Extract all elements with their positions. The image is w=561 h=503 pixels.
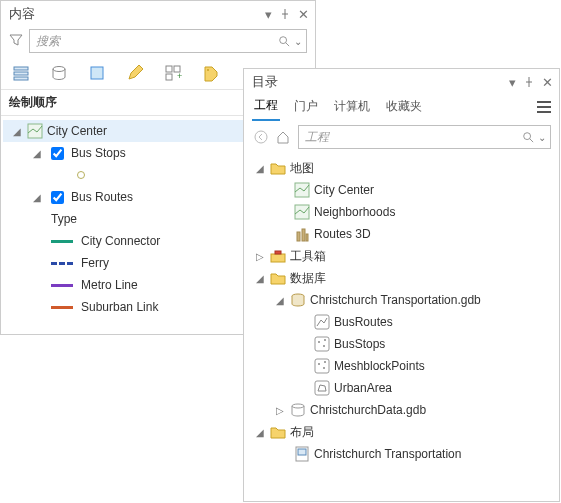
node-layouts[interactable]: ◢ 布局 — [246, 421, 557, 443]
collapse-icon[interactable]: ◢ — [31, 192, 43, 203]
collapse-icon[interactable]: ◢ — [254, 163, 266, 174]
map-icon — [294, 204, 310, 220]
node-gdb2[interactable]: ▷ ChristchurchData.gdb — [246, 399, 557, 421]
pin-icon[interactable] — [280, 7, 290, 22]
visibility-checkbox[interactable] — [51, 191, 64, 204]
point-symbol-icon — [77, 171, 85, 179]
map-node-label: City Center — [47, 124, 107, 138]
svg-rect-3 — [14, 72, 28, 75]
search-icon[interactable] — [522, 131, 534, 143]
tab-computer[interactable]: 计算机 — [332, 96, 372, 120]
svg-point-31 — [323, 367, 325, 369]
node-gdb1[interactable]: ◢ Christchurch Transportation.gdb — [246, 289, 557, 311]
tab-portal[interactable]: 门户 — [292, 96, 320, 120]
search-options-icon[interactable]: ⌄ — [534, 132, 546, 143]
svg-line-15 — [530, 139, 533, 142]
svg-point-11 — [207, 69, 209, 71]
item-city-center-map[interactable]: City Center — [246, 179, 557, 201]
contents-searchbar: ⌄ — [1, 25, 315, 57]
map-icon — [27, 123, 43, 139]
node-toolboxes[interactable]: ▷ 工具箱 — [246, 245, 557, 267]
svg-rect-19 — [302, 229, 305, 241]
contents-search-input[interactable] — [34, 33, 278, 49]
item-neighborhoods-map[interactable]: Neighborhoods — [246, 201, 557, 223]
svg-text:+: + — [177, 71, 182, 81]
catalog-pathbar: ⌄ — [244, 121, 559, 153]
list-by-snapping-icon[interactable]: + — [163, 63, 183, 83]
item-label: Neighborhoods — [314, 205, 395, 219]
home-icon[interactable] — [274, 128, 292, 146]
svg-point-27 — [323, 345, 325, 347]
collapse-icon[interactable]: ◢ — [254, 273, 266, 284]
scene-icon — [294, 226, 310, 242]
class-label: Ferry — [81, 256, 109, 270]
node-databases[interactable]: ◢ 数据库 — [246, 267, 557, 289]
collapse-icon[interactable]: ◢ — [274, 295, 286, 306]
node-label: 地图 — [290, 160, 314, 177]
fc-label: UrbanArea — [334, 381, 392, 395]
search-options-icon[interactable]: ⌄ — [290, 36, 302, 47]
collapse-icon[interactable]: ◢ — [254, 427, 266, 438]
pin-icon[interactable] — [524, 75, 534, 90]
item-label: City Center — [314, 183, 374, 197]
list-by-drawing-icon[interactable] — [11, 63, 31, 83]
catalog-path-input[interactable] — [303, 129, 522, 145]
svg-point-28 — [324, 339, 326, 341]
expand-icon[interactable]: ▷ — [274, 405, 286, 416]
panel-menu-icon[interactable] — [537, 101, 551, 116]
point-featureclass-icon — [314, 336, 330, 352]
item-routes3d-scene[interactable]: Routes 3D — [246, 223, 557, 245]
svg-rect-18 — [297, 232, 300, 241]
svg-rect-4 — [14, 77, 28, 80]
class-label: City Connector — [81, 234, 160, 248]
toolbox-icon — [270, 248, 286, 264]
svg-point-26 — [318, 341, 320, 343]
svg-rect-9 — [166, 74, 172, 80]
list-by-editing-icon[interactable] — [125, 63, 145, 83]
list-by-source-icon[interactable] — [49, 63, 69, 83]
contents-searchbox[interactable]: ⌄ — [29, 29, 307, 53]
catalog-path-box[interactable]: ⌄ — [298, 125, 551, 149]
svg-rect-22 — [275, 251, 281, 254]
filter-icon[interactable] — [9, 33, 23, 50]
collapse-icon[interactable]: ◢ — [31, 148, 43, 159]
line-symbol-icon — [51, 262, 73, 265]
item-label: Routes 3D — [314, 227, 371, 241]
tab-favorites[interactable]: 收藏夹 — [384, 96, 424, 120]
fc-label: MeshblockPoints — [334, 359, 425, 373]
catalog-tabs: 工程 门户 计算机 收藏夹 — [244, 93, 559, 121]
fc-urbanarea[interactable]: UrbanArea — [246, 377, 557, 399]
item-layout1[interactable]: Christchurch Transportation — [246, 443, 557, 465]
dropdown-icon[interactable]: ▾ — [509, 75, 516, 90]
search-icon[interactable] — [278, 35, 290, 47]
gdb-label: Christchurch Transportation.gdb — [310, 293, 481, 307]
close-icon[interactable]: ✕ — [542, 75, 553, 90]
svg-rect-2 — [14, 67, 28, 70]
contents-title: 内容 — [9, 5, 265, 23]
contents-titlebar: 内容 ▾ ✕ — [1, 1, 315, 25]
svg-point-13 — [255, 131, 267, 143]
node-label: 布局 — [290, 424, 314, 441]
svg-rect-7 — [166, 66, 172, 72]
svg-rect-21 — [271, 254, 285, 262]
node-maps[interactable]: ◢ 地图 — [246, 157, 557, 179]
list-by-selection-icon[interactable] — [87, 63, 107, 83]
visibility-checkbox[interactable] — [51, 147, 64, 160]
expand-icon[interactable]: ▷ — [254, 251, 266, 262]
tab-project[interactable]: 工程 — [252, 95, 280, 121]
fc-meshblock[interactable]: MeshblockPoints — [246, 355, 557, 377]
fc-busstops[interactable]: BusStops — [246, 333, 557, 355]
svg-rect-20 — [306, 234, 308, 241]
line-symbol-icon — [51, 306, 73, 309]
line-featureclass-icon — [314, 314, 330, 330]
back-icon[interactable] — [252, 128, 270, 146]
dropdown-icon[interactable]: ▾ — [265, 7, 272, 22]
close-icon[interactable]: ✕ — [298, 7, 309, 22]
svg-point-34 — [292, 404, 304, 408]
fc-busroutes[interactable]: BusRoutes — [246, 311, 557, 333]
catalog-titlebar: 目录 ▾ ✕ — [244, 69, 559, 93]
node-label: 数据库 — [290, 270, 326, 287]
list-by-labeling-icon[interactable] — [201, 63, 221, 83]
fc-label: BusRoutes — [334, 315, 393, 329]
collapse-icon[interactable]: ◢ — [11, 126, 23, 137]
